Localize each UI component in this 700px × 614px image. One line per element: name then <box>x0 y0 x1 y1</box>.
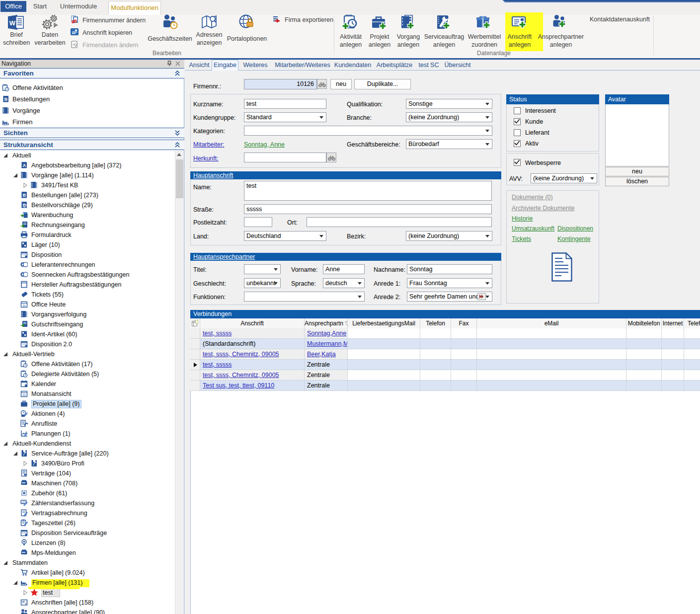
svg-text:A: A <box>23 163 26 168</box>
svg-text:B: B <box>4 97 8 102</box>
svg-text:31: 31 <box>22 393 26 396</box>
svg-text:W: W <box>9 19 16 27</box>
svg-text:123: 123 <box>21 501 26 504</box>
svg-text:31: 31 <box>22 304 26 307</box>
svg-text:B: B <box>23 193 26 198</box>
